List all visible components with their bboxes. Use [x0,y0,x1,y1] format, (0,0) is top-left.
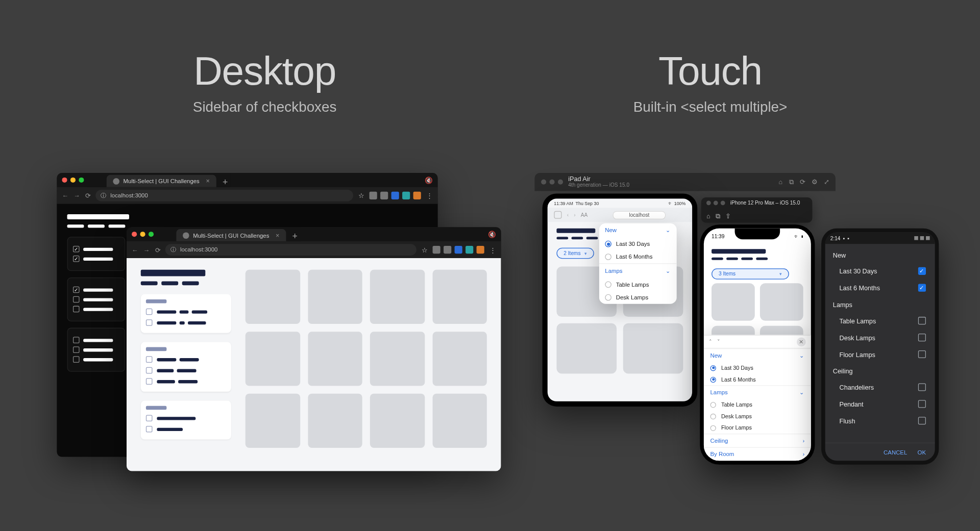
back-icon[interactable]: ← [132,246,138,254]
browser-tab[interactable]: Multi-Select | GUI Challenges × [107,175,216,187]
grid-item[interactable] [246,332,300,386]
select-pill[interactable]: 2 Items [556,248,594,259]
window-minimize-icon[interactable] [70,178,76,183]
window-dot-icon[interactable] [714,200,718,205]
home-icon[interactable]: ⌂ [706,212,710,220]
popover-option[interactable]: Last 30 Days [599,238,677,250]
browser-tab[interactable]: Multi-Select | GUI Challenges × [176,229,286,241]
checkbox-icon[interactable] [918,284,926,292]
grid-item[interactable] [432,332,487,386]
sidebar-icon[interactable] [554,211,561,219]
grid-item[interactable] [370,332,425,386]
popover-option[interactable]: Desk Lamps [599,291,677,304]
radio-icon[interactable] [710,425,716,431]
radio-icon[interactable] [605,282,611,288]
android-option[interactable]: Last 30 Days [825,263,935,280]
radio-icon[interactable] [710,401,716,407]
checkbox-icon[interactable] [73,346,80,353]
star-icon[interactable]: ☆ [422,246,427,254]
checkbox-row[interactable] [73,256,119,262]
window-maximize-icon[interactable] [149,232,154,237]
android-option[interactable]: Table Lamps [825,312,935,329]
checkbox-row[interactable] [146,367,226,374]
ext-icon[interactable] [402,192,410,199]
text-size-icon[interactable]: AA [581,212,588,218]
close-tab-icon[interactable]: × [276,232,279,239]
checkbox-icon[interactable] [918,417,926,424]
checkbox-icon[interactable] [73,287,80,293]
forward-icon[interactable]: → [143,246,150,254]
reload-icon[interactable]: ⟳ [85,192,90,199]
back-icon[interactable]: ← [62,192,68,199]
reload-icon[interactable]: ⟳ [155,246,160,254]
screenshot-icon[interactable]: ⧉ [716,212,720,220]
checkbox-icon[interactable] [918,350,926,358]
star-icon[interactable]: ☆ [358,192,364,199]
checkbox-row[interactable] [73,356,119,363]
radio-icon[interactable] [710,365,716,370]
window-dot-icon[interactable] [721,200,725,205]
sheet-option[interactable]: Last 6 Months [704,373,811,385]
checkbox-icon[interactable] [73,356,80,363]
checkbox-row[interactable] [73,346,119,353]
radio-icon[interactable] [710,413,716,419]
checkbox-icon[interactable] [73,246,80,252]
checkbox-row[interactable] [146,415,226,421]
checkbox-icon[interactable] [73,306,80,313]
back-icon[interactable]: ‹ [567,212,569,218]
window-dot-icon[interactable] [541,180,546,185]
menu-icon[interactable]: ⋮ [426,192,433,199]
checkbox-icon[interactable] [146,378,153,385]
checkbox-row[interactable] [73,296,119,303]
grid-item[interactable] [370,394,425,448]
android-option[interactable]: Flush [825,412,935,429]
sheet-group-header[interactable]: By Room› [704,447,811,461]
window-dot-icon[interactable] [558,180,563,185]
ext-puzzle-icon[interactable] [380,192,388,199]
window-close-icon[interactable] [62,178,67,183]
checkbox-row[interactable] [73,246,119,252]
grid-item[interactable] [370,270,425,324]
ext-mic-icon[interactable] [477,246,484,254]
checkbox-icon[interactable] [146,309,153,315]
address-bar[interactable]: ⓘ localhost:3000 [165,244,416,256]
checkbox-icon[interactable] [918,334,926,341]
popover-option[interactable]: Last 6 Months [599,250,677,263]
ext-mic-icon[interactable] [413,192,421,199]
checkbox-icon[interactable] [73,256,80,262]
select-pill[interactable]: 3 Items [712,268,789,280]
grid-item[interactable] [556,323,617,374]
expand-icon[interactable]: ⤢ [824,178,829,186]
safari-url[interactable]: localhost [613,211,666,219]
android-option[interactable]: Desk Lamps [825,329,935,346]
radio-icon[interactable] [605,241,611,247]
grid-item[interactable] [246,270,300,324]
grid-item[interactable] [623,323,683,374]
popover-option[interactable]: Table Lamps [599,278,677,291]
checkbox-icon[interactable] [73,296,80,303]
home-icon[interactable]: ⌂ [779,178,783,186]
checkbox-row[interactable] [73,306,119,313]
checkbox-row[interactable] [73,287,119,293]
checkbox-icon[interactable] [146,426,153,433]
ext-icon[interactable] [370,192,377,199]
screenshot-icon[interactable]: ⧉ [789,178,794,186]
android-option[interactable]: Floor Lamps [825,346,935,363]
radio-icon[interactable] [710,376,716,382]
share-icon[interactable]: ⇧ [725,212,730,220]
checkbox-row[interactable] [146,426,226,433]
ext-icon[interactable] [465,246,473,254]
grid-item[interactable] [308,332,362,386]
grid-item[interactable] [308,394,362,448]
close-tab-icon[interactable]: × [206,178,209,185]
checkbox-icon[interactable] [918,383,926,391]
checkbox-icon[interactable] [146,367,153,374]
grid-item[interactable] [432,270,487,324]
checkbox-icon[interactable] [146,356,153,363]
sheet-group-header[interactable]: Lamps⌄ [704,385,811,399]
android-option[interactable]: Last 6 Months [825,280,935,296]
android-option[interactable]: Chandeliers [825,379,935,396]
sheet-group-header[interactable]: New⌄ [704,348,811,362]
checkbox-icon[interactable] [918,267,926,275]
menu-icon[interactable]: ⋮ [489,246,496,254]
